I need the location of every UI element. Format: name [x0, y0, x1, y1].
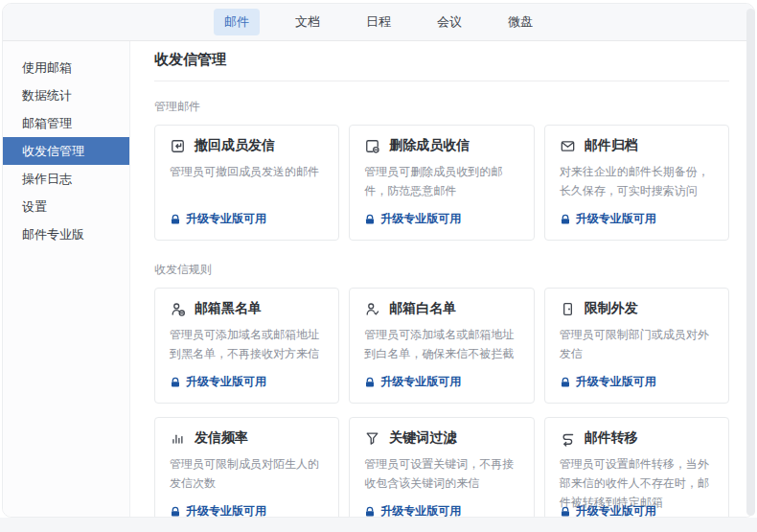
card-title: 邮件转移: [585, 429, 638, 447]
card-description: 管理员可撤回成员发送的邮件: [170, 162, 324, 181]
card-send-frequency[interactable]: 发信频率管理员可限制成员对陌生人的发信次数升级专业版可用: [154, 417, 339, 517]
card-description: 管理员可限制部门或成员对外发信: [560, 325, 714, 363]
card-header: 删除成员收信: [364, 137, 518, 154]
upgrade-link[interactable]: 升级专业版可用: [170, 503, 266, 517]
upgrade-link[interactable]: 升级专业版可用: [560, 211, 656, 227]
sidebar-item-data-statistics[interactable]: 数据统计: [3, 81, 129, 109]
lock-icon: [560, 506, 571, 518]
sidebar-item-operation-log[interactable]: 操作日志: [3, 165, 129, 193]
funnel-icon: [364, 430, 380, 447]
envelope-icon: [560, 138, 576, 154]
upgrade-label: 升级专业版可用: [576, 211, 656, 227]
card-title: 发信频率: [195, 429, 248, 447]
s-arrow-icon: [560, 430, 576, 447]
upgrade-label: 升级专业版可用: [186, 211, 266, 227]
card-grid: 邮箱黑名单管理员可添加域名或邮箱地址到黑名单，不再接收对方来信升级专业版可用邮箱…: [154, 288, 729, 517]
lock-icon: [364, 506, 376, 518]
card-title: 删除成员收信: [389, 137, 470, 154]
card-title: 邮箱黑名单: [195, 300, 262, 317]
upgrade-link[interactable]: 升级专业版可用: [560, 374, 656, 390]
door-exit-icon: [560, 301, 576, 317]
tab-mail[interactable]: 邮件: [214, 9, 260, 35]
upgrade-link[interactable]: 升级专业版可用: [560, 503, 656, 517]
upgrade-label: 升级专业版可用: [380, 211, 461, 227]
bar-chart-icon: [170, 430, 186, 447]
tab-calendar[interactable]: 日程: [356, 9, 401, 35]
card-mail-blacklist[interactable]: 邮箱黑名单管理员可添加域名或邮箱地址到黑名单，不再接收对方来信升级专业版可用: [154, 288, 339, 404]
card-header: 发信频率: [170, 429, 324, 447]
sidebar-item-mail-guide[interactable]: 使用邮箱: [3, 54, 129, 81]
upgrade-label: 升级专业版可用: [186, 503, 266, 517]
card-description: 管理员可限制成员对陌生人的发信次数: [170, 454, 324, 493]
vertical-scrollbar[interactable]: [746, 9, 755, 516]
lock-icon: [364, 377, 376, 388]
lock-icon: [364, 214, 376, 225]
top-tabs: 邮件文档日程会议微盘: [214, 9, 543, 35]
app-window: 邮件文档日程会议微盘 使用邮箱数据统计邮箱管理收发信管理操作日志设置邮件专业版 …: [2, 3, 755, 518]
tab-docs[interactable]: 文档: [285, 9, 331, 35]
card-description: 管理员可设置关键词，不再接收包含该关键词的来信: [364, 454, 518, 493]
card-header: 限制外发: [560, 300, 714, 317]
tab-drive[interactable]: 微盘: [497, 9, 543, 35]
card-delete-member-mail[interactable]: 删除成员收信管理员可删除成员收到的邮件，防范恶意邮件升级专业版可用: [349, 125, 534, 241]
card-title: 邮箱白名单: [389, 300, 456, 317]
upgrade-link[interactable]: 升级专业版可用: [364, 503, 461, 517]
divider: [154, 81, 729, 81]
upgrade-label: 升级专业版可用: [380, 503, 461, 517]
sidebar-item-send-receive-management[interactable]: 收发信管理: [3, 137, 129, 165]
user-minus-icon: [170, 301, 186, 317]
card-header: 撤回成员发信: [170, 137, 324, 154]
sections: 管理邮件撤回成员发信管理员可撤回成员发送的邮件升级专业版可用删除成员收信管理员可…: [154, 99, 729, 517]
upgrade-label: 升级专业版可用: [576, 374, 656, 390]
upgrade-link[interactable]: 升级专业版可用: [364, 374, 461, 390]
card-description: 管理员可添加域名或邮箱地址到白名单，确保来信不被拦截: [364, 325, 518, 363]
page-title: 收发信管理: [154, 51, 729, 69]
lock-icon: [170, 214, 181, 225]
card-mail-archive[interactable]: 邮件归档对来往企业的邮件长期备份，长久保存，可实时搜索访问升级专业版可用: [544, 125, 729, 241]
lock-icon: [560, 214, 571, 225]
card-description: 对来往企业的邮件长期备份，长久保存，可实时搜索访问: [560, 162, 714, 200]
card-header: 邮箱白名单: [364, 300, 518, 317]
section-label: 收发信规则: [154, 262, 729, 278]
card-restrict-outgoing[interactable]: 限制外发管理员可限制部门或成员对外发信升级专业版可用: [544, 288, 729, 404]
card-grid: 撤回成员发信管理员可撤回成员发送的邮件升级专业版可用删除成员收信管理员可删除成员…: [154, 125, 729, 241]
card-header: 邮件转移: [560, 429, 714, 447]
card-description: 管理员可删除成员收到的邮件，防范恶意邮件: [364, 162, 518, 200]
content-row: 使用邮箱数据统计邮箱管理收发信管理操作日志设置邮件专业版 收发信管理 管理邮件撤…: [3, 41, 754, 517]
tab-meeting[interactable]: 会议: [426, 9, 472, 35]
bottom-page-strip: [0, 518, 757, 532]
card-mail-transfer[interactable]: 邮件转移管理员可设置邮件转移，当外部来信的收件人不存在时，邮件被转移到特定邮箱升…: [544, 417, 729, 517]
upgrade-label: 升级专业版可用: [186, 374, 266, 390]
upgrade-label: 升级专业版可用: [380, 374, 461, 390]
user-check-icon: [364, 301, 380, 317]
main-content: 收发信管理 管理邮件撤回成员发信管理员可撤回成员发送的邮件升级专业版可用删除成员…: [130, 41, 754, 517]
top-navigation: 邮件文档日程会议微盘: [3, 4, 754, 41]
delete-mail-icon: [364, 138, 380, 154]
card-description: 管理员可添加域名或邮箱地址到黑名单，不再接收对方来信: [170, 325, 324, 363]
recall-mail-icon: [170, 138, 186, 154]
card-header: 邮件归档: [560, 137, 714, 154]
upgrade-link[interactable]: 升级专业版可用: [170, 374, 266, 390]
upgrade-label: 升级专业版可用: [576, 503, 656, 517]
card-header: 关键词过滤: [364, 429, 518, 447]
lock-icon: [560, 377, 571, 388]
card-title: 关键词过滤: [389, 429, 456, 447]
card-title: 限制外发: [585, 300, 638, 317]
card-keyword-filter[interactable]: 关键词过滤管理员可设置关键词，不再接收包含该关键词的来信升级专业版可用: [349, 417, 534, 517]
lock-icon: [170, 377, 181, 388]
upgrade-link[interactable]: 升级专业版可用: [170, 211, 266, 227]
sidebar-item-settings[interactable]: 设置: [3, 193, 129, 220]
card-recall-member-mail[interactable]: 撤回成员发信管理员可撤回成员发送的邮件升级专业版可用: [154, 125, 339, 241]
card-title: 邮件归档: [585, 137, 638, 154]
sidebar-item-mailbox-management[interactable]: 邮箱管理: [3, 109, 129, 137]
card-header: 邮箱黑名单: [170, 300, 324, 317]
lock-icon: [170, 506, 181, 518]
upgrade-link[interactable]: 升级专业版可用: [364, 211, 461, 227]
card-mail-whitelist[interactable]: 邮箱白名单管理员可添加域名或邮箱地址到白名单，确保来信不被拦截升级专业版可用: [349, 288, 534, 404]
sidebar: 使用邮箱数据统计邮箱管理收发信管理操作日志设置邮件专业版: [3, 41, 130, 517]
section-label: 管理邮件: [154, 99, 729, 115]
sidebar-item-mail-pro[interactable]: 邮件专业版: [3, 220, 129, 248]
card-title: 撤回成员发信: [195, 137, 275, 154]
